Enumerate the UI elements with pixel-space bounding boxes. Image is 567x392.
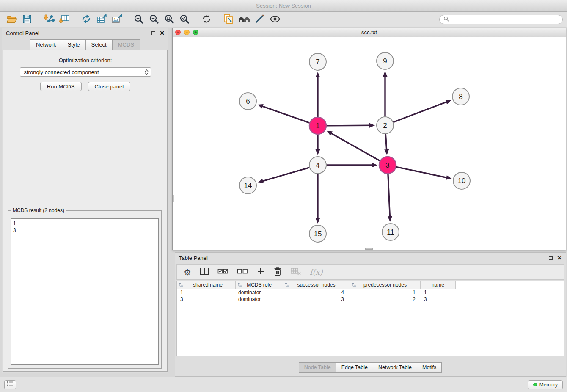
cell-predecessor-nodes[interactable]: 1	[350, 289, 421, 296]
mcds-result-item[interactable]: 3	[13, 227, 156, 234]
control-panel-tabs: Network Style Select MCDS	[2, 39, 168, 50]
table-export-icon	[96, 14, 107, 26]
clone-network-button[interactable]	[80, 13, 93, 26]
network-window-titlebar[interactable]: scc.txt × − +	[173, 28, 566, 37]
create-column-button[interactable]	[256, 267, 265, 277]
graph-edge-2-3[interactable]	[385, 134, 386, 150]
column-header-shared-name[interactable]: shared name	[177, 281, 236, 289]
sort-icon	[352, 282, 356, 289]
function-builder-button[interactable]: f(x)	[310, 268, 323, 276]
column-header-mcds-role[interactable]: MCDS role	[236, 281, 283, 289]
network-graph: 7968124314101511	[173, 37, 566, 250]
table-row[interactable]: 3 dominator 3 2 3	[177, 296, 564, 303]
checked-boxes-icon	[217, 268, 228, 276]
image-export-icon	[111, 14, 123, 26]
graph-edge-3-11[interactable]	[388, 174, 390, 217]
import-network-button[interactable]	[43, 13, 55, 26]
network-overview-button[interactable]	[237, 13, 251, 26]
show-hide-button[interactable]	[269, 13, 281, 26]
column-header-successor-nodes[interactable]: successor nodes	[283, 281, 350, 289]
import-table-button[interactable]	[58, 13, 71, 26]
zoom-selected-button[interactable]	[178, 13, 191, 26]
column-header-predecessor-nodes[interactable]: predecessor nodes	[350, 281, 421, 289]
cell-successor-nodes[interactable]: 3	[283, 296, 350, 303]
close-panel-button[interactable]: Close panel	[88, 82, 131, 91]
open-session-button[interactable]	[6, 13, 18, 26]
graph-arrowhead-3-10	[446, 175, 452, 180]
cell-shared-name[interactable]: 3	[177, 296, 236, 303]
tab-select[interactable]: Select	[85, 39, 113, 50]
network-canvas[interactable]: 7968124314101511	[173, 37, 566, 250]
graph-arrowhead-2-8	[445, 100, 451, 104]
table-row[interactable]: 1 dominator 4 1 1	[177, 289, 564, 296]
zoom-in-button[interactable]	[132, 13, 145, 26]
graph-node-label-6: 6	[246, 97, 250, 105]
delete-column-button[interactable]	[273, 267, 282, 277]
cell-mcds-role[interactable]: dominator	[236, 289, 283, 296]
mcds-result-list[interactable]: 1 3	[11, 218, 159, 365]
tab-node-table[interactable]: Node Table	[299, 362, 336, 373]
unselect-all-columns-button[interactable]	[237, 268, 248, 276]
mcds-result-item[interactable]: 1	[13, 220, 156, 227]
dropdown-stepper-icon	[145, 69, 149, 75]
graph-edge-3-1[interactable]	[330, 133, 380, 161]
memory-button[interactable]: Memory	[528, 380, 563, 389]
v-scroll-handle[interactable]	[173, 195, 174, 202]
maximize-window-button[interactable]: +	[193, 30, 198, 35]
cell-successor-nodes[interactable]: 4	[283, 289, 350, 296]
select-all-columns-button[interactable]	[217, 268, 228, 276]
h-scroll-handle[interactable]	[365, 248, 373, 250]
graph-arrowhead-2-3	[384, 149, 389, 155]
column-header-name[interactable]: name	[421, 281, 456, 289]
eye-icon	[269, 14, 281, 25]
criterion-dropdown[interactable]: strongly connected component	[20, 67, 151, 77]
search-box[interactable]	[439, 15, 563, 24]
export-image-button[interactable]	[110, 13, 123, 26]
zoom-out-button[interactable]	[148, 13, 160, 26]
run-mcds-button[interactable]: Run MCDS	[40, 82, 82, 91]
export-table-button[interactable]	[95, 13, 108, 26]
graph-arrowhead-1-7	[316, 72, 320, 77]
float-panel-button[interactable]	[151, 31, 155, 35]
minimize-window-button[interactable]: −	[184, 30, 190, 35]
cell-name[interactable]: 1	[421, 289, 456, 296]
show-columns-button[interactable]	[200, 267, 209, 277]
graph-edge-4-14[interactable]	[262, 168, 309, 181]
paint-brush-icon	[254, 14, 265, 26]
zoom-fit-button[interactable]	[163, 13, 176, 26]
tab-motifs[interactable]: Motifs	[417, 362, 442, 373]
refresh-button[interactable]	[200, 13, 213, 26]
delete-table-button[interactable]	[290, 267, 301, 277]
tab-mcds[interactable]: MCDS	[112, 39, 140, 50]
task-history-button[interactable]	[4, 380, 16, 389]
tab-network-table[interactable]: Network Table	[373, 362, 417, 373]
tab-network[interactable]: Network	[30, 39, 62, 50]
tab-edge-table[interactable]: Edge Table	[336, 362, 373, 373]
graph-edge-3-10[interactable]	[396, 167, 447, 177]
mcds-result-box: MCDS result (2 nodes) 1 3	[8, 207, 162, 369]
save-session-button[interactable]	[21, 13, 33, 26]
tab-style[interactable]: Style	[62, 39, 86, 50]
cell-shared-name[interactable]: 1	[177, 289, 236, 296]
graph-node-label-10: 10	[458, 177, 466, 185]
open-folder-icon	[6, 14, 17, 25]
graph-node-label-1: 1	[316, 122, 319, 130]
close-table-panel-icon[interactable]: ✕	[557, 255, 562, 261]
close-window-button[interactable]: ×	[175, 30, 181, 35]
cell-name[interactable]: 3	[421, 296, 456, 303]
graph-edge-1-6[interactable]	[262, 106, 309, 123]
cell-predecessor-nodes[interactable]: 2	[350, 296, 421, 303]
close-panel-icon[interactable]: ✕	[160, 30, 165, 36]
circular-arrows-icon	[81, 14, 92, 26]
cell-mcds-role[interactable]: dominator	[236, 296, 283, 303]
first-neighbors-button[interactable]	[222, 13, 235, 26]
graph-edge-2-8[interactable]	[394, 102, 447, 122]
search-input[interactable]	[452, 17, 559, 22]
table-delete-icon	[290, 267, 301, 277]
float-table-panel-button[interactable]	[549, 256, 553, 260]
apply-style-button[interactable]	[253, 13, 266, 26]
graph-edge-1-2[interactable]	[327, 125, 370, 126]
control-panel-header: Control Panel ✕	[2, 28, 168, 38]
table-settings-button[interactable]: ⚙	[184, 267, 191, 277]
window-titlebar: Session: New Session	[0, 0, 567, 12]
